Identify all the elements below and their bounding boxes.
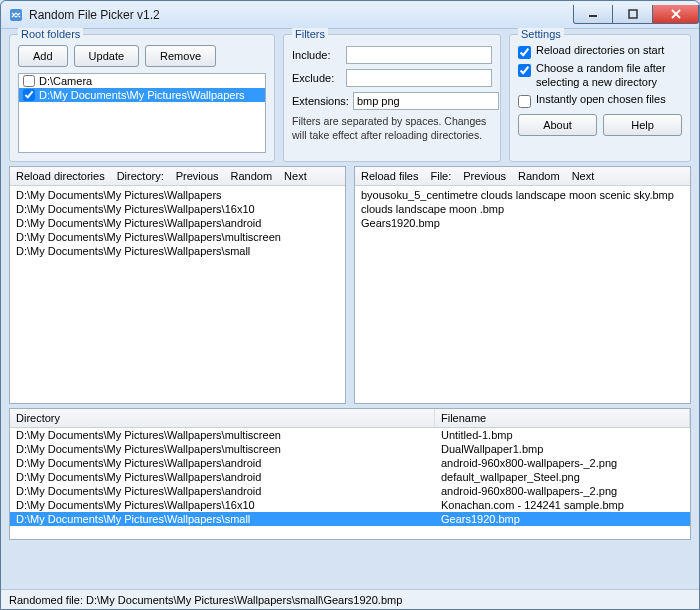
- file-random-link[interactable]: Random: [518, 170, 560, 182]
- add-button[interactable]: Add: [18, 45, 68, 67]
- root-folder-path: D:\My Documents\My Pictures\Wallpapers: [39, 89, 245, 101]
- root-folders-list[interactable]: D:\CameraD:\My Documents\My Pictures\Wal…: [18, 73, 266, 153]
- directory-panel-body[interactable]: D:\My Documents\My Pictures\WallpapersD:…: [10, 186, 345, 403]
- table-cell-filename: DualWallpaper1.bmp: [435, 442, 690, 456]
- table-row[interactable]: D:\My Documents\My Pictures\Wallpapers\s…: [10, 512, 690, 526]
- filters-group: Filters Include: Exclude: Extensions: Fi…: [283, 34, 501, 162]
- file-next-link[interactable]: Next: [572, 170, 595, 182]
- table-cell-filename: android-960x800-wallpapers-_2.png: [435, 456, 690, 470]
- file-panel: Reload files File: Previous Random Next …: [354, 166, 691, 404]
- table-cell-directory: D:\My Documents\My Pictures\Wallpapers\1…: [10, 498, 435, 512]
- directory-head-label: Directory:: [117, 170, 164, 182]
- file-panel-header: Reload files File: Previous Random Next: [355, 167, 690, 186]
- top-row: Root folders Add Update Remove D:\Camera…: [9, 34, 691, 162]
- dir-next-link[interactable]: Next: [284, 170, 307, 182]
- include-input[interactable]: [346, 46, 492, 64]
- choose-after-select-label: Choose a random file after selecting a n…: [536, 62, 682, 90]
- svg-rect-2: [629, 10, 637, 18]
- table-cell-filename: default_wallpaper_Steel.png: [435, 470, 690, 484]
- table-cell-filename: android-960x800-wallpapers-_2.png: [435, 484, 690, 498]
- app-window: Random File Picker v1.2 Root folders Add…: [0, 0, 700, 610]
- table-cell-filename: Untitled-1.bmp: [435, 428, 690, 442]
- results-table-body[interactable]: D:\My Documents\My Pictures\Wallpapers\m…: [10, 428, 690, 539]
- status-text: Randomed file: D:\My Documents\My Pictur…: [9, 594, 402, 606]
- svg-rect-0: [10, 9, 22, 21]
- root-folder-buttons: Add Update Remove: [18, 45, 266, 67]
- directory-row[interactable]: D:\My Documents\My Pictures\Wallpapers\s…: [10, 244, 345, 258]
- update-button[interactable]: Update: [74, 45, 139, 67]
- settings-group: Settings Reload directories on start Cho…: [509, 34, 691, 162]
- directory-row[interactable]: D:\My Documents\My Pictures\Wallpapers\a…: [10, 216, 345, 230]
- choose-after-select-checkbox[interactable]: [518, 64, 531, 77]
- extensions-input[interactable]: [353, 92, 499, 110]
- settings-title: Settings: [518, 28, 564, 40]
- dir-previous-link[interactable]: Previous: [176, 170, 219, 182]
- root-folder-path: D:\Camera: [39, 75, 92, 87]
- directory-panel: Reload directories Directory: Previous R…: [9, 166, 346, 404]
- table-cell-filename: Gears1920.bmp: [435, 512, 690, 526]
- help-button[interactable]: Help: [603, 114, 682, 136]
- table-cell-directory: D:\My Documents\My Pictures\Wallpapers\m…: [10, 442, 435, 456]
- window-buttons: [573, 5, 699, 24]
- table-row[interactable]: D:\My Documents\My Pictures\Wallpapers\a…: [10, 484, 690, 498]
- table-cell-directory: D:\My Documents\My Pictures\Wallpapers\a…: [10, 470, 435, 484]
- directory-row[interactable]: D:\My Documents\My Pictures\Wallpapers\m…: [10, 230, 345, 244]
- table-cell-directory: D:\My Documents\My Pictures\Wallpapers\a…: [10, 484, 435, 498]
- column-header-directory[interactable]: Directory: [10, 409, 435, 427]
- reload-directories-link[interactable]: Reload directories: [16, 170, 105, 182]
- include-label: Include:: [292, 49, 342, 61]
- filters-note: Filters are separated by spaces. Changes…: [292, 115, 492, 142]
- filters-title: Filters: [292, 28, 328, 40]
- mid-row: Reload directories Directory: Previous R…: [9, 166, 691, 404]
- content-area: Root folders Add Update Remove D:\Camera…: [1, 29, 699, 589]
- table-row[interactable]: D:\My Documents\My Pictures\Wallpapers\m…: [10, 442, 690, 456]
- file-previous-link[interactable]: Previous: [463, 170, 506, 182]
- directory-panel-header: Reload directories Directory: Previous R…: [10, 167, 345, 186]
- root-folder-checkbox[interactable]: [23, 75, 35, 87]
- reload-on-start-label: Reload directories on start: [536, 44, 664, 58]
- reload-on-start-checkbox[interactable]: [518, 46, 531, 59]
- status-bar: Randomed file: D:\My Documents\My Pictur…: [1, 589, 699, 609]
- remove-button[interactable]: Remove: [145, 45, 216, 67]
- table-row[interactable]: D:\My Documents\My Pictures\Wallpapers\m…: [10, 428, 690, 442]
- table-row[interactable]: D:\My Documents\My Pictures\Wallpapers\a…: [10, 470, 690, 484]
- minimize-button[interactable]: [573, 5, 613, 24]
- table-cell-directory: D:\My Documents\My Pictures\Wallpapers\a…: [10, 456, 435, 470]
- close-button[interactable]: [653, 5, 699, 24]
- instant-open-label: Instantly open chosen files: [536, 93, 666, 107]
- root-folders-group: Root folders Add Update Remove D:\Camera…: [9, 34, 275, 162]
- file-head-label: File:: [430, 170, 451, 182]
- reload-files-link[interactable]: Reload files: [361, 170, 418, 182]
- extensions-label: Extensions:: [292, 95, 349, 107]
- titlebar: Random File Picker v1.2: [1, 1, 699, 29]
- directory-row[interactable]: D:\My Documents\My Pictures\Wallpapers: [10, 188, 345, 202]
- root-folder-item[interactable]: D:\Camera: [19, 74, 265, 88]
- table-cell-directory: D:\My Documents\My Pictures\Wallpapers\m…: [10, 428, 435, 442]
- root-folder-checkbox[interactable]: [23, 89, 35, 101]
- about-button[interactable]: About: [518, 114, 597, 136]
- root-folders-title: Root folders: [18, 28, 83, 40]
- results-table-header: Directory Filename: [10, 409, 690, 428]
- column-header-filename[interactable]: Filename: [435, 409, 690, 427]
- window-title: Random File Picker v1.2: [29, 8, 573, 22]
- table-cell-directory: D:\My Documents\My Pictures\Wallpapers\s…: [10, 512, 435, 526]
- app-icon: [9, 8, 23, 22]
- dir-random-link[interactable]: Random: [231, 170, 273, 182]
- table-row[interactable]: D:\My Documents\My Pictures\Wallpapers\a…: [10, 456, 690, 470]
- maximize-button[interactable]: [613, 5, 653, 24]
- results-table: Directory Filename D:\My Documents\My Pi…: [9, 408, 691, 540]
- table-row[interactable]: D:\My Documents\My Pictures\Wallpapers\1…: [10, 498, 690, 512]
- file-panel-body[interactable]: byousoku_5_centimetre clouds landscape m…: [355, 186, 690, 403]
- file-row[interactable]: clouds landscape moon .bmp: [355, 202, 690, 216]
- root-folder-item[interactable]: D:\My Documents\My Pictures\Wallpapers: [19, 88, 265, 102]
- directory-row[interactable]: D:\My Documents\My Pictures\Wallpapers\1…: [10, 202, 345, 216]
- instant-open-checkbox[interactable]: [518, 95, 531, 108]
- file-row[interactable]: byousoku_5_centimetre clouds landscape m…: [355, 188, 690, 202]
- table-cell-filename: Konachan.com - 124241 sample.bmp: [435, 498, 690, 512]
- exclude-label: Exclude:: [292, 72, 342, 84]
- exclude-input[interactable]: [346, 69, 492, 87]
- file-row[interactable]: Gears1920.bmp: [355, 216, 690, 230]
